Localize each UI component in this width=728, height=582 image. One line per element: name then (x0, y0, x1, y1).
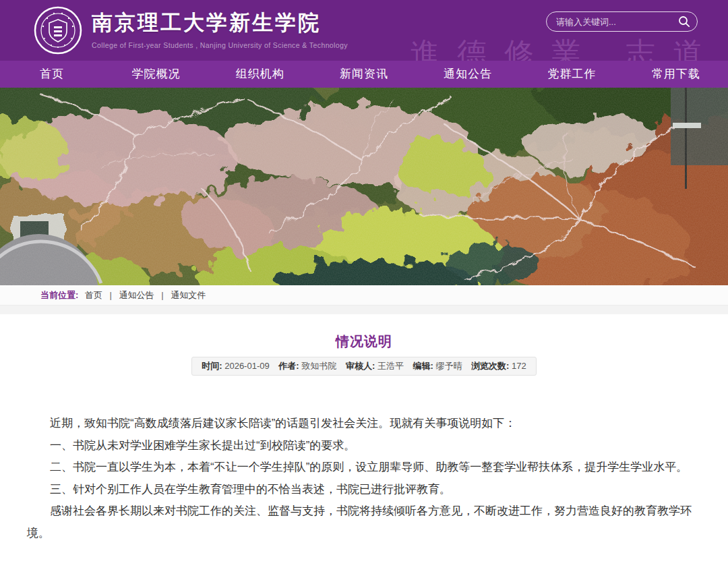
breadcrumb: 当前位置: 首页 | 通知公告 | 通知文件 (0, 285, 728, 305)
nav-item-party-work[interactable]: 党群工作 (520, 61, 624, 88)
meta-editor-label: 编辑: (413, 361, 433, 371)
paragraph: 近期，致知书院“高数成绩落后建议家长陪读”的话题引发社会关注。现就有关事项说明如… (27, 413, 701, 435)
nav-item-organization[interactable]: 组织机构 (208, 61, 312, 88)
meta-editor-value: 缪予晴 (435, 361, 462, 371)
article-meta-row: 时间: 2026-01-09 作者: 致知书院 审核人: 王浩平 编辑: 缪予晴… (27, 357, 701, 376)
calligraphy-watermark: 進德修業 志道 (410, 34, 720, 61)
search-button[interactable] (678, 16, 690, 28)
site-subtitle: College of First-year Students , Nanjing… (92, 41, 348, 49)
nav-item-home[interactable]: 首页 (0, 61, 104, 88)
university-seal-icon (34, 6, 82, 55)
article: 情况说明 时间: 2026-01-09 作者: 致知书院 审核人: 王浩平 编辑… (0, 332, 728, 582)
article-title: 情况说明 (27, 332, 701, 351)
meta-views-label: 浏览次数: (471, 361, 509, 371)
breadcrumb-label: 当前位置: (40, 290, 78, 300)
breadcrumb-separator: | (110, 290, 112, 300)
section-divider (0, 305, 728, 314)
article-meta: 时间: 2026-01-09 作者: 致知书院 审核人: 王浩平 编辑: 缪予晴… (191, 357, 537, 376)
meta-reviewer-label: 审核人: (346, 361, 375, 371)
site-title: 南京理工大学新生学院 (92, 9, 348, 37)
breadcrumb-notice-files[interactable]: 通知文件 (171, 290, 206, 300)
breadcrumb-notices[interactable]: 通知公告 (119, 290, 154, 300)
nav-item-news[interactable]: 新闻资讯 (312, 61, 416, 88)
meta-time-label: 时间: (202, 361, 222, 371)
search-box[interactable] (546, 11, 698, 32)
meta-author-value: 致知书院 (301, 361, 336, 371)
meta-time-value: 2026-01-09 (224, 361, 270, 371)
paragraph: 一、书院从未对学业困难学生家长提出过“到校陪读”的要求。 (27, 435, 701, 457)
university-logo[interactable] (34, 6, 82, 55)
meta-views-value: 172 (512, 361, 526, 371)
paragraph: 二、书院一直以学生为本，本着“不让一个学生掉队”的原则，设立朋辈导师、助教等一整… (27, 457, 701, 479)
paragraph: 感谢社会各界长期以来对书院工作的关注、监督与支持，书院将持续倾听各方意见，不断改… (27, 500, 701, 544)
banner-image (0, 88, 728, 285)
nav-item-notices[interactable]: 通知公告 (416, 61, 520, 88)
meta-author-label: 作者: (278, 361, 299, 371)
breadcrumb-separator: | (161, 290, 163, 300)
site-header: 進德修業 志道 南京理工大学新生学院 College of First-year… (0, 0, 728, 61)
meta-reviewer-value: 王浩平 (377, 361, 404, 371)
search-input[interactable] (556, 17, 678, 27)
main-nav: 首页 学院概况 组织机构 新闻资讯 通知公告 党群工作 常用下载 (0, 61, 728, 88)
paragraph: 三、针对个别工作人员在学生教育管理中的不恰当表述，书院已进行批评教育。 (27, 479, 701, 501)
article-body: 近期，致知书院“高数成绩落后建议家长陪读”的话题引发社会关注。现就有关事项说明如… (27, 413, 701, 544)
nav-item-downloads[interactable]: 常用下载 (624, 61, 728, 88)
search-icon (678, 16, 690, 28)
breadcrumb-home[interactable]: 首页 (85, 290, 102, 300)
site-title-block: 南京理工大学新生学院 College of First-year Student… (92, 9, 348, 49)
autumn-trees-aerial-illustration (0, 88, 728, 285)
nav-item-college-overview[interactable]: 学院概况 (104, 61, 208, 88)
